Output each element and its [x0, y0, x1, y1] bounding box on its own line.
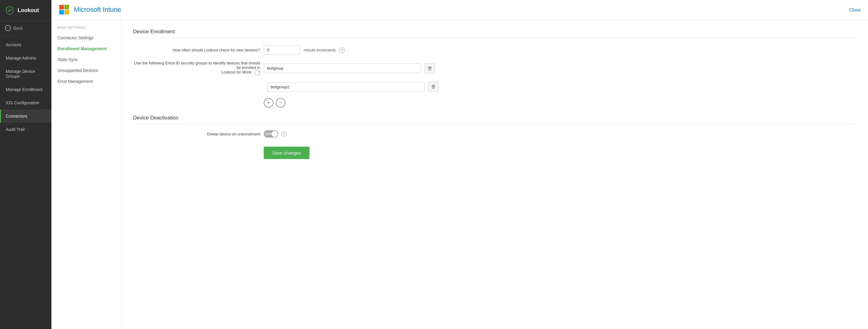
svg-rect-5 [428, 67, 432, 67]
top-header: Microsoft Intune Close [52, 0, 868, 20]
sidebar-item-manage-enrollment[interactable]: Manage Enrollment [0, 83, 52, 96]
sidebar-item-account[interactable]: Account [0, 38, 52, 52]
svg-rect-1 [64, 5, 69, 9]
sidebar-item-connectors[interactable]: Connectors [0, 109, 52, 123]
deactivation-row: Delete device on unenrollment OFF ? [133, 130, 856, 138]
minute-label: minute increments [304, 48, 336, 52]
frequency-input[interactable] [264, 45, 300, 55]
svg-rect-3 [64, 10, 69, 14]
sidebar: Lookout ← Back Account Manage Admins Man… [0, 0, 52, 329]
left-nav: MAIN SETTINGS Connector Settings Enrollm… [52, 20, 121, 329]
group-input-2[interactable] [267, 82, 425, 92]
header-left: Microsoft Intune [59, 4, 121, 15]
groups-help-icon[interactable]: ? [255, 70, 260, 75]
add-group-button[interactable]: + [264, 98, 273, 108]
device-enrollment-title: Device Enrollment [133, 29, 856, 38]
sidebar-item-manage-device-groups[interactable]: Manage Device Groups [0, 65, 52, 83]
microsoft-windows-icon [59, 4, 69, 15]
frequency-help-icon[interactable]: ? [339, 47, 345, 53]
toggle-knob [272, 131, 278, 137]
save-changes-button[interactable]: Save changes [264, 147, 309, 159]
sidebar-item-ios-configuration[interactable]: iOS Configuration [0, 96, 52, 109]
group-row-1: Use the following Entra ID security grou… [133, 61, 856, 75]
left-nav-connector-settings[interactable]: Connector Settings [52, 32, 121, 43]
sidebar-logo: Lookout [0, 0, 52, 21]
sidebar-nav: Account Manage Admins Manage Device Grou… [0, 36, 52, 136]
delete-group-1-button[interactable] [425, 63, 435, 73]
toggle-state-label: OFF [265, 132, 272, 136]
add-remove-row: + − [264, 98, 856, 108]
sidebar-logo-text: Lookout [18, 7, 39, 13]
trash-icon-2 [431, 85, 435, 89]
group-row-2 [133, 81, 856, 92]
left-nav-unsupported-devices[interactable]: Unsupported Devices [52, 65, 121, 76]
svg-rect-0 [59, 5, 64, 9]
groups-label: Use the following Entra ID security grou… [133, 61, 260, 75]
toggle-container: OFF ? [264, 130, 287, 138]
main-wrapper: Microsoft Intune Close MAIN SETTINGS Con… [52, 0, 868, 329]
device-deactivation-title: Device Deactivation [133, 115, 856, 124]
svg-rect-2 [59, 10, 64, 14]
svg-rect-8 [433, 85, 434, 86]
delete-device-toggle[interactable]: OFF [264, 130, 278, 138]
right-panel: Device Enrollment How often should Looko… [121, 20, 868, 329]
sidebar-item-manage-admins[interactable]: Manage Admins [0, 52, 52, 65]
svg-rect-4 [429, 67, 431, 67]
back-label: Back [13, 26, 23, 31]
svg-rect-9 [432, 86, 435, 86]
trash-icon [428, 66, 432, 70]
frequency-row: How often should Lookout check for new d… [133, 45, 856, 55]
delete-device-label: Delete device on unenrollment [207, 132, 260, 136]
sidebar-item-audit-trail[interactable]: Audit Trail [0, 123, 52, 136]
deactivation-help-icon[interactable]: ? [281, 131, 287, 137]
left-nav-section-label: MAIN SETTINGS [52, 26, 121, 32]
close-button[interactable]: Close [849, 7, 861, 12]
group-input-1[interactable] [264, 64, 421, 73]
left-nav-error-management[interactable]: Error Management [52, 76, 121, 87]
delete-group-2-button[interactable] [428, 81, 438, 92]
back-button[interactable]: ← Back [0, 21, 52, 36]
header-title: Microsoft Intune [74, 6, 121, 13]
back-arrow-icon: ← [5, 25, 11, 31]
frequency-label: How often should Lookout check for new d… [133, 48, 260, 52]
remove-group-button[interactable]: − [276, 98, 285, 108]
lookout-shield-icon [5, 5, 14, 15]
left-nav-enrollment-management[interactable]: Enrollment Management [52, 43, 121, 54]
left-nav-state-sync[interactable]: State Sync [52, 54, 121, 65]
content-area: MAIN SETTINGS Connector Settings Enrollm… [52, 20, 868, 329]
